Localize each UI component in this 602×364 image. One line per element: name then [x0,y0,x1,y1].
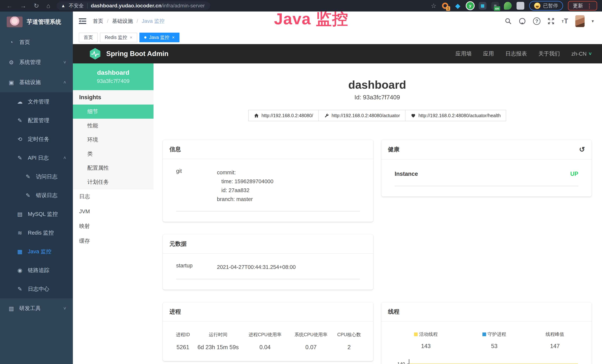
sba-item-details[interactable]: 细节 [73,105,153,119]
sidebar-item-config-manage[interactable]: ✎ 配置管理 [0,111,73,130]
breadcrumb-home[interactable]: 首页 [93,18,103,25]
sidebar-item-log-center[interactable]: ✎ 日志中心 [0,280,73,298]
github-icon[interactable] [519,17,526,25]
locale-value: zh-CN [571,51,587,57]
security-label[interactable]: 不安全 [69,2,84,9]
extension-grid-icon[interactable]: ▦ [479,2,486,10]
sba-nav-about[interactable]: 关于我们 [538,50,560,57]
paused-badge[interactable]: 已暂停 [529,1,563,11]
sidebar-item-error-log[interactable]: ✎ 错误日志 [0,186,73,205]
history-icon[interactable]: ↺ [579,145,585,153]
sidebar-item-java-monitor[interactable]: ▦ Java 监控 [0,242,73,261]
emoji-face-icon [534,3,540,9]
sba-item-jvm[interactable]: JVM [73,204,153,219]
info-git-row: git commit: time: 1596289704000 id: 27aa… [176,168,360,211]
process-value-uptime: 6d 23h 15m 59s [196,344,241,351]
wrench-icon [324,113,329,118]
extension-tabs-icon[interactable]: ≡on [491,2,499,10]
fullscreen-icon[interactable] [548,18,555,25]
legend-daemon-threads: 守护进程 [463,331,526,337]
extension-refresh-icon[interactable]: 1 [441,2,449,10]
sba-item-caches[interactable]: 缓存 [73,234,153,248]
sba-nav-wallboard[interactable]: 应用墙 [456,50,472,57]
peak-threads-value: 147 [526,343,584,350]
extension-badge: 1 [446,6,450,11]
actuator-url: http://192.168.0.2:48080/actuator [332,113,400,118]
sba-item-logs[interactable]: 日志 [73,189,153,204]
sidebar-item-label: Redis 监控 [28,229,54,237]
address-bar[interactable]: ▲ 不安全 dashboard.yudao.iocoder.cn/infra/a… [56,1,210,10]
tab-java-monitor[interactable]: Java 监控 × [140,33,180,42]
sba-nav-journal[interactable]: 日志报表 [505,50,527,57]
warning-icon: ▲ [61,3,65,8]
tab-label: Java 监控 [149,34,170,40]
health-url-button[interactable]: http://192.168.0.2:48080/actuator/health [405,110,506,121]
process-value-cores: 2 [333,344,366,351]
sidebar-item-label: 首页 [19,39,30,46]
close-icon[interactable]: × [172,35,175,40]
sba-brand-title[interactable]: Spring Boot Admin [106,50,169,58]
app-logo[interactable]: 芋道管理系统 [0,11,73,32]
update-button[interactable]: 更新 ⋮ [568,1,597,11]
sba-item-scheduled-tasks[interactable]: 计划任务 [73,175,153,189]
user-menu-caret-icon[interactable]: ▾ [592,19,594,24]
breadcrumb-separator: / [137,18,138,24]
extensions-puzzle-icon[interactable] [516,2,524,10]
url-host: dashboard.yudao.iocoder.cn [91,3,161,9]
user-avatar[interactable] [575,15,585,27]
close-icon[interactable]: × [130,35,132,40]
search-icon[interactable] [505,18,512,24]
sba-item-classes[interactable]: 类 [73,147,153,161]
sidebar-item-redis-monitor[interactable]: ≋ Redis 监控 [0,224,73,242]
sba-sidebar: dashboard 93a3fc7f7409 Insights 细节 性能 环境… [73,64,153,364]
sidebar-item-access-log[interactable]: ✎ 访问日志 [0,167,73,186]
sba-item-mappings[interactable]: 映射 [73,219,153,234]
browser-back-icon[interactable]: ← [6,3,13,9]
sidebar-item-system[interactable]: ⚙ 系统管理 ˅ [0,52,73,72]
url-text[interactable]: dashboard.yudao.iocoder.cn/infra/admin-s… [91,3,205,9]
browser-home-icon[interactable]: ⌂ [46,3,50,9]
sba-locale-select[interactable]: zh-CN ˅ [571,51,592,57]
process-header-pid: 进程ID [170,332,196,338]
sba-item-environment[interactable]: 环境 [73,133,153,147]
bookmark-star-icon[interactable]: ☆ [431,3,436,9]
service-url-button[interactable]: http://192.168.0.2:48080/ [248,110,319,121]
edit-icon: ✎ [16,117,23,124]
tab-home[interactable]: 首页 [79,33,98,42]
actuator-url-button[interactable]: http://192.168.0.2:48080/actuator [318,110,406,121]
sidebar-item-api-log[interactable]: ✎ API 日志 ˄ [0,149,73,167]
sba-item-metrics[interactable]: 性能 [73,119,153,133]
extension-leaf-icon[interactable] [504,2,512,10]
breadcrumb-infra[interactable]: 基础设施 [112,18,133,25]
sba-nav-applications[interactable]: 应用 [483,50,494,57]
cloud-icon: ☁ [16,98,23,105]
sidebar-item-label: MySQL 监控 [28,211,58,218]
sidebar-item-tracing[interactable]: ◉ 链路追踪 [0,261,73,280]
browser-refresh-icon[interactable]: ↻ [34,3,39,9]
sidebar-item-home[interactable]: ◔ 首页 [0,32,73,52]
metadata-card-title: 元数据 [170,240,187,248]
sidebar-item-scheduled-jobs[interactable]: ⟲ 定时任务 [0,130,73,149]
sidebar-collapse-icon[interactable] [79,18,86,24]
sidebar-item-infra[interactable]: ▣ 基础设施 ˄ [0,72,73,92]
chevron-down-icon: ˅ [589,51,592,57]
font-size-icon[interactable]: тT [562,17,568,25]
sidebar-item-dev-tools[interactable]: ▥ 研发工具 ˅ [0,298,73,318]
instance-id: 93a3fc7f7409 [75,78,152,84]
sba-main: dashboard Id: 93a3fc7f7409 http://192.16… [153,64,602,364]
sidebar-item-label: 访问日志 [36,173,57,181]
sidebar-item-file-manage[interactable]: ☁ 文件管理 [0,92,73,111]
extension-pin-icon[interactable]: ◆ [454,2,462,10]
extension-y-icon[interactable]: y [466,2,474,10]
sidebar-item-mysql-monitor[interactable]: ▤ MySQL 监控 [0,205,73,224]
sidebar-item-label: 日志中心 [28,285,49,293]
instance-header[interactable]: dashboard 93a3fc7f7409 [73,64,153,90]
breadcrumb-current: Java 监控 [142,18,165,25]
browser-forward-icon[interactable]: → [20,3,26,9]
sba-item-config-props[interactable]: 配置属性 [73,161,153,175]
tab-redis-monitor[interactable]: Redis 监控 × [100,33,137,42]
daemon-threads-value: 53 [463,343,526,350]
help-icon[interactable]: ? [533,17,540,25]
health-card-title: 健康 [388,146,399,153]
browser-menu-icon[interactable]: ⋮ [587,3,592,9]
